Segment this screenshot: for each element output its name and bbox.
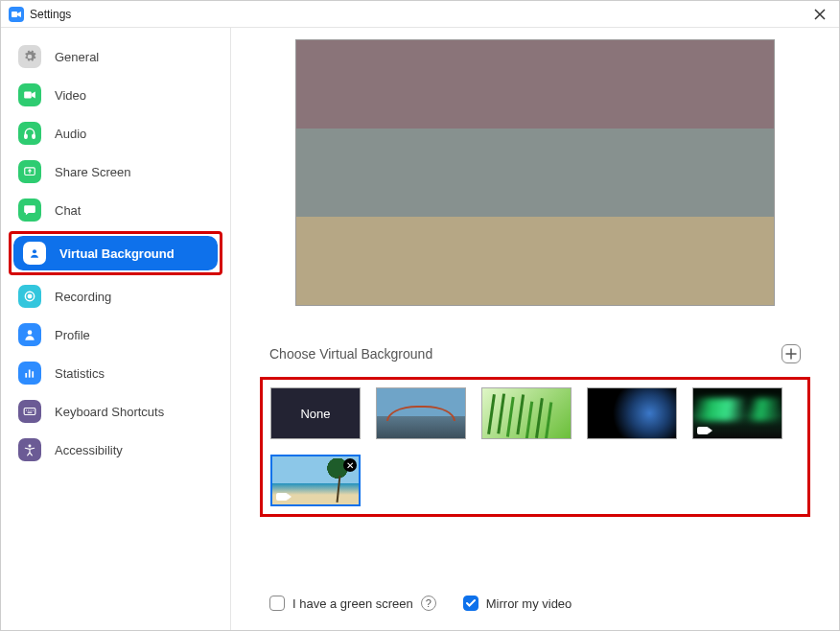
svg-rect-13 [24,409,35,415]
bg-aurora[interactable] [692,387,782,439]
section-title: Choose Virtual Background [269,346,432,362]
sidebar-item-keyboard-shortcuts[interactable]: Keyboard Shortcuts [9,394,222,429]
recording-icon [18,285,41,308]
svg-point-19 [29,444,32,447]
sidebar-item-label: Profile [55,328,90,342]
virtual-bg-icon [23,242,46,265]
sidebar-item-label: Keyboard Shortcuts [55,405,164,419]
sidebar-item-label: Virtual Background [59,246,175,261]
sidebar-item-audio[interactable]: Audio [9,116,222,151]
checkbox-box [463,596,478,611]
thumb-none-label: None [300,407,330,421]
mirror-video-checkbox[interactable]: Mirror my video [463,596,572,611]
background-thumbnails: None✕ [270,387,800,506]
add-background-button[interactable] [782,344,801,363]
sidebar-item-recording[interactable]: Recording [9,279,222,314]
preview-band [296,217,774,305]
sidebar-highlight: Virtual Background [9,231,222,275]
video-preview [295,39,775,306]
statistics-icon [18,362,41,385]
sidebar-item-profile[interactable]: Profile [9,317,222,352]
svg-rect-0 [12,12,17,17]
svg-rect-18 [28,412,33,413]
preview-band [296,129,774,217]
app-icon [9,7,24,22]
svg-point-14 [26,409,27,410]
audio-icon [18,122,41,145]
svg-point-6 [33,249,36,253]
thumbnails-highlight: None✕ [260,377,810,517]
svg-rect-2 [25,134,27,138]
sidebar-item-label: Share Screen [55,165,131,179]
sidebar-item-label: Chat [55,203,81,218]
window-title: Settings [30,8,71,21]
video-icon [18,83,41,106]
sidebar-item-label: Recording [55,290,111,304]
video-badge-icon [697,427,709,434]
svg-rect-10 [25,373,27,378]
profile-icon [18,323,41,346]
checkbox-box [269,596,285,611]
gear-icon [18,45,41,68]
sidebar-item-general[interactable]: General [9,39,222,74]
svg-point-9 [28,330,33,335]
sidebar-item-chat[interactable]: Chat [9,193,222,227]
svg-point-15 [28,409,29,410]
share-screen-icon [18,160,41,183]
svg-point-8 [28,294,32,298]
sidebar-item-statistics[interactable]: Statistics [9,356,222,390]
preview-band [296,40,774,129]
video-badge-icon [276,493,288,501]
svg-rect-11 [29,370,31,378]
bg-none[interactable]: None [270,387,361,439]
sidebar-item-virtual-background[interactable]: Virtual Background [13,236,218,270]
svg-rect-12 [32,371,34,377]
chat-icon [18,199,41,222]
options-row: I have a green screen ? Mirror my video [260,584,810,611]
sidebar-item-video[interactable]: Video [9,78,222,112]
sidebar-item-accessibility[interactable]: Accessibility [9,432,222,467]
accessibility-icon [18,438,41,461]
svg-rect-3 [33,134,35,138]
help-icon[interactable]: ? [421,596,436,611]
green-screen-label: I have a green screen [292,596,413,611]
remove-background-icon[interactable]: ✕ [343,458,357,472]
green-screen-checkbox[interactable]: I have a green screen ? [269,596,436,611]
section-header: Choose Virtual Background [260,344,810,363]
bg-earth[interactable] [587,387,677,439]
svg-point-17 [33,409,34,410]
bg-grass[interactable] [481,387,572,439]
sidebar-item-label: General [55,50,99,64]
mirror-video-label: Mirror my video [486,596,572,611]
bg-golden-gate[interactable] [376,387,466,439]
keyboard-icon [18,400,41,423]
sidebar-item-label: Accessibility [55,443,123,457]
titlebar: Settings [1,1,839,28]
sidebar: GeneralVideoAudioShare ScreenChatVirtual… [1,28,231,630]
sidebar-item-label: Video [55,88,86,103]
sidebar-item-share-screen[interactable]: Share Screen [9,154,222,189]
close-icon[interactable] [808,3,831,26]
svg-point-16 [31,409,32,410]
svg-rect-1 [24,92,32,99]
main-panel: Choose Virtual Background None✕ I have a… [231,28,839,630]
sidebar-item-label: Audio [55,127,86,141]
sidebar-item-label: Statistics [55,366,105,381]
bg-beach[interactable]: ✕ [270,455,361,506]
